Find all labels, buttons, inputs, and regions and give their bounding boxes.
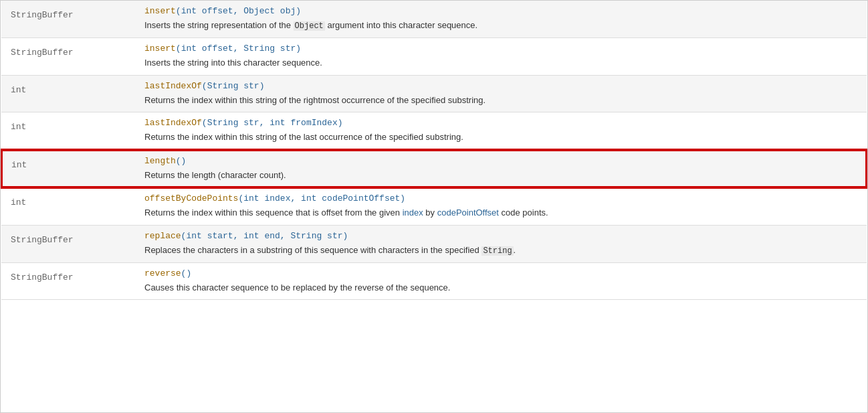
- table-row: StringBuffer insert(int offset, Object o…: [1, 1, 867, 38]
- method-cell: insert(int offset, Object obj) Inserts t…: [135, 1, 867, 38]
- return-type-cell: StringBuffer: [1, 1, 135, 38]
- method-signature: lastIndexOf(String str): [144, 81, 857, 91]
- table-row: int offsetByCodePoints(int index, int co…: [1, 187, 867, 225]
- table-row: StringBuffer reverse() Causes this chara…: [1, 262, 867, 300]
- api-table: StringBuffer insert(int offset, Object o…: [1, 1, 867, 300]
- method-signature: length(): [144, 156, 857, 166]
- method-signature: reverse(): [144, 268, 857, 278]
- method-signature: lastIndexOf(String str, int fromIndex): [144, 118, 857, 128]
- return-type-cell: int: [1, 187, 135, 225]
- table-row-highlighted: int length() Returns the length (charact…: [1, 150, 867, 188]
- codepointoffset-link[interactable]: codePointOffset: [437, 208, 499, 218]
- method-description: Inserts the string representation of the…: [144, 19, 857, 32]
- return-type-cell: StringBuffer: [1, 38, 135, 76]
- method-description: Returns the index within this sequence t…: [144, 206, 857, 220]
- method-cell: reverse() Causes this character sequence…: [135, 262, 867, 300]
- table-row: int lastIndexOf(String str, int fromInde…: [1, 112, 867, 150]
- return-type-cell: int: [1, 75, 135, 112]
- return-type-cell: StringBuffer: [1, 225, 135, 262]
- return-type-cell: int: [1, 112, 135, 150]
- method-signature: insert(int offset, Object obj): [144, 6, 857, 16]
- table-row: StringBuffer replace(int start, int end,…: [1, 225, 867, 262]
- return-type-cell: StringBuffer: [1, 262, 135, 300]
- method-cell: replace(int start, int end, String str) …: [135, 225, 867, 262]
- method-description: Causes this character sequence to be rep…: [144, 281, 857, 295]
- method-signature: offsetByCodePoints(int index, int codePo…: [144, 193, 857, 203]
- method-signature: replace(int start, int end, String str): [144, 231, 857, 241]
- api-table-container[interactable]: StringBuffer insert(int offset, Object o…: [0, 0, 868, 413]
- method-description: Returns the length (character count).: [144, 169, 857, 182]
- method-cell: insert(int offset, String str) Inserts t…: [135, 38, 867, 76]
- method-cell: offsetByCodePoints(int index, int codePo…: [135, 187, 867, 225]
- return-type-cell: int: [1, 150, 135, 188]
- index-link[interactable]: index: [403, 208, 423, 218]
- method-cell: lastIndexOf(String str, int fromIndex) R…: [135, 112, 867, 150]
- table-row: int lastIndexOf(String str) Returns the …: [1, 75, 867, 112]
- method-cell: length() Returns the length (character c…: [135, 150, 867, 188]
- method-cell: lastIndexOf(String str) Returns the inde…: [135, 75, 867, 112]
- method-description: Inserts the string into this character s…: [144, 56, 857, 70]
- method-description: Replaces the characters in a substring o…: [144, 244, 857, 257]
- method-description: Returns the index within this string of …: [144, 94, 857, 107]
- table-row: StringBuffer insert(int offset, String s…: [1, 38, 867, 76]
- method-description: Returns the index within this string of …: [144, 131, 857, 144]
- method-signature: insert(int offset, String str): [144, 44, 857, 54]
